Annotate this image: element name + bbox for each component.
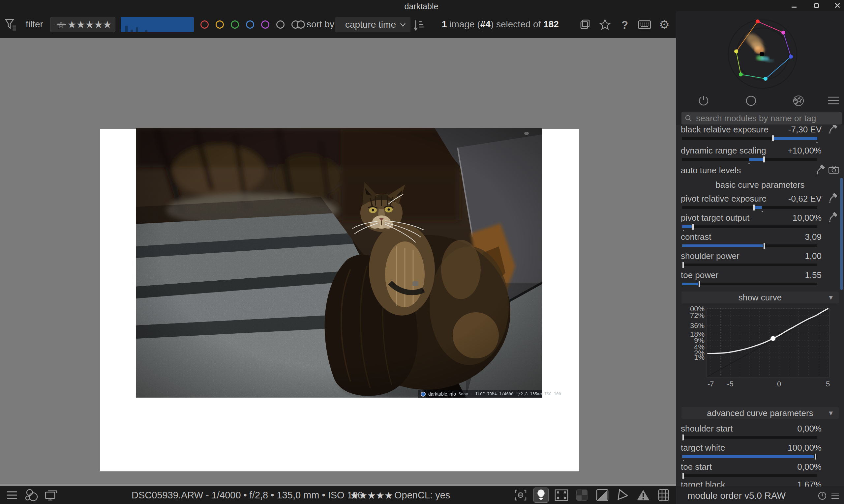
- color-label-filter[interactable]: [216, 20, 224, 29]
- star-rating-icons[interactable]: ★★★★★: [68, 20, 112, 30]
- lightbulb-button[interactable]: [533, 488, 549, 503]
- vectorscope[interactable]: [676, 13, 844, 95]
- color-picker-icon[interactable]: [828, 193, 838, 203]
- show-curve-plot[interactable]: 100%72%36%18%9%4%2%1%-7-505: [690, 305, 835, 388]
- help-button[interactable]: ?: [617, 17, 632, 32]
- slider-track[interactable]: [682, 225, 817, 228]
- slider-value[interactable]: 1,55: [805, 270, 822, 280]
- slider-value[interactable]: 1,00: [805, 251, 822, 261]
- image-file-info: DSC05939.ARW - 1/4000 • f/2,8 • 135,0 mm…: [132, 490, 363, 501]
- module-group-effects-icon[interactable]: [790, 93, 807, 108]
- zero-star-icon[interactable]: ☆: [57, 20, 66, 30]
- section-advanced-curve-parameters[interactable]: advanced curve parameters ▼: [682, 407, 839, 419]
- camera-icon[interactable]: [828, 165, 839, 175]
- module-order-version[interactable]: v5.0 RAW: [744, 490, 786, 501]
- svg-text:36%: 36%: [690, 322, 705, 330]
- collapse-arrow-icon[interactable]: ▼: [828, 294, 834, 301]
- circles-cluster-icon[interactable]: [24, 488, 39, 503]
- slider-value[interactable]: 0,00%: [797, 462, 822, 472]
- section-basic-curve-parameters: basic curve parameters: [676, 180, 844, 190]
- color-label-filter[interactable]: [261, 20, 269, 29]
- sort-by-label: sort by: [307, 19, 334, 30]
- slider-value[interactable]: 0,00%: [797, 424, 822, 434]
- maximize-button[interactable]: [810, 0, 823, 11]
- active-modules-power-icon[interactable]: [695, 93, 712, 108]
- panel-scrollbar[interactable]: [840, 178, 843, 290]
- second-display-icon[interactable]: [44, 488, 59, 503]
- minimize-button[interactable]: [787, 0, 800, 11]
- rating-histogram-bar: [145, 30, 148, 32]
- color-label-filter[interactable]: [276, 20, 285, 29]
- focus-peaking-button[interactable]: [513, 488, 528, 503]
- section-show-curve[interactable]: show curve ▼: [682, 291, 839, 303]
- auto-tune-levels-row[interactable]: auto tune levels: [676, 165, 844, 179]
- slider-track[interactable]: [682, 137, 817, 140]
- slider-track[interactable]: [682, 158, 817, 161]
- slider-row-shoulder-power: shoulder power 1,00: [676, 251, 844, 270]
- filter-funnel-icon[interactable]: [3, 17, 18, 32]
- color-label-filter[interactable]: [201, 20, 209, 29]
- rating-histogram-range[interactable]: [121, 17, 194, 32]
- collapse-arrow-icon[interactable]: ▼: [828, 410, 834, 417]
- module-order-state-icon[interactable]: [817, 491, 827, 500]
- darktable-logo-icon: [421, 392, 426, 397]
- close-button[interactable]: [831, 0, 844, 11]
- hamburger-menu-icon[interactable]: [5, 488, 20, 503]
- rating-filter[interactable]: ☆ ★★★★★: [50, 17, 115, 32]
- second-window-button[interactable]: [574, 488, 589, 503]
- sort-criteria-dropdown[interactable]: capture time: [335, 17, 411, 32]
- color-picker-icon[interactable]: [816, 165, 826, 175]
- guides-overlay-button[interactable]: [656, 488, 671, 503]
- shortcuts-keyboard-button[interactable]: [637, 17, 652, 32]
- gamut-check-button[interactable]: [615, 488, 630, 503]
- color-label-filter[interactable]: [231, 20, 239, 29]
- slider-track[interactable]: [682, 436, 817, 439]
- grouping-button[interactable]: [578, 17, 593, 32]
- overexposure-warning-button[interactable]: [636, 488, 651, 503]
- module-search-box[interactable]: [682, 112, 842, 125]
- search-input[interactable]: [695, 113, 839, 124]
- iso12646-preview-button[interactable]: [554, 488, 569, 503]
- watermark-overlay: darktable.info Sony · ILCE-7RM4 1/4000 f…: [418, 390, 542, 398]
- slider-track[interactable]: [682, 474, 817, 477]
- bottom-bar: DSC05939.ARW - 1/4000 • f/2,8 • 135,0 mm…: [0, 486, 676, 504]
- slider-label: toe power: [681, 270, 718, 280]
- svg-text:-5: -5: [727, 380, 734, 388]
- slider-row-target-white: target white 100,00%: [676, 443, 844, 462]
- module-group-circle-icon[interactable]: [743, 93, 759, 108]
- slider-value[interactable]: 3,09: [805, 232, 822, 242]
- slider-label: toe start: [681, 462, 712, 472]
- slider-row-shoulder-start: shoulder start 0,00%: [676, 424, 844, 443]
- chevron-down-icon: [400, 23, 406, 27]
- sort-value: capture time: [345, 19, 396, 30]
- color-picker-icon[interactable]: [828, 212, 838, 222]
- opencl-status: OpenCL: yes: [394, 490, 450, 501]
- slider-track[interactable]: [682, 245, 817, 247]
- reject-rating-icon[interactable]: [54, 20, 55, 29]
- presets-hamburger-icon[interactable]: [825, 93, 842, 108]
- softproof-button[interactable]: [595, 488, 610, 503]
- slider-value[interactable]: 10,00%: [793, 213, 822, 223]
- overlays-star-button[interactable]: [597, 17, 613, 32]
- slider-label: target black: [681, 480, 725, 487]
- sort-direction-button[interactable]: [411, 18, 427, 33]
- color-picker-icon[interactable]: [828, 125, 838, 134]
- slider-value[interactable]: -7,30 EV: [788, 125, 822, 135]
- slider-value[interactable]: -0,62 EV: [788, 194, 822, 204]
- preferences-gear-button[interactable]: ⚙: [657, 17, 672, 32]
- slider-track[interactable]: [682, 206, 817, 209]
- slider-value[interactable]: 1,67%: [797, 480, 822, 487]
- slider-track[interactable]: [682, 264, 817, 266]
- color-label-multi-icon2[interactable]: [297, 20, 305, 29]
- slider-value[interactable]: +10,00%: [788, 146, 822, 156]
- slider-label: black relative exposure: [681, 125, 769, 135]
- slider-track[interactable]: [682, 283, 817, 285]
- slider-track[interactable]: [682, 455, 817, 458]
- top-toolbar: filter ☆ ★★★★★ sort by capture time 1 im…: [0, 11, 676, 38]
- color-label-filter[interactable]: [246, 20, 254, 29]
- image-rating-stars[interactable]: ★★★★★: [350, 490, 393, 501]
- module-order-menu-icon[interactable]: [831, 492, 839, 499]
- slider-value[interactable]: 100,00%: [788, 443, 822, 453]
- slider-row-contrast: contrast 3,09: [676, 232, 844, 251]
- svg-text:5: 5: [826, 380, 830, 388]
